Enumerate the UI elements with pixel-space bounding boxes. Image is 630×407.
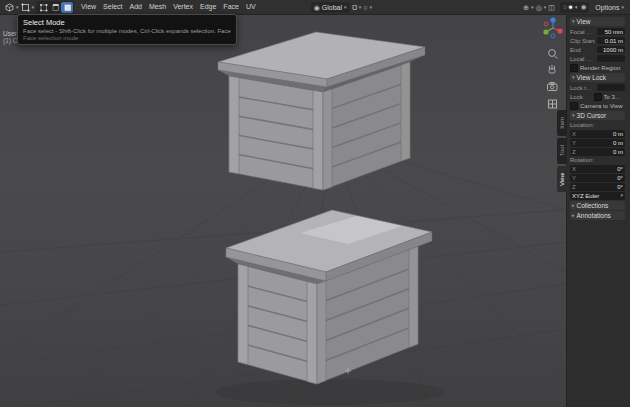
field-row-focal-length: Focal Length 50 mm (570, 27, 625, 36)
section-caret-icon: ▾ (572, 113, 575, 118)
options-caret-icon: ▾ (621, 5, 624, 10)
field-row-lock-to-object: Lock to Object (570, 83, 625, 92)
field-row-camera-to-view: Camera to View (570, 101, 625, 110)
options-label: Options (595, 4, 619, 11)
viewport-3d[interactable] (0, 0, 630, 407)
wireframe-shading-button[interactable]: ○ (563, 4, 567, 11)
blender-window: User Persp (1) Cube ▾ ▾ View Select Add … (0, 0, 630, 407)
pan-hand-icon[interactable] (549, 65, 555, 73)
tooltip-detail: Face selection mode (23, 35, 231, 41)
rendered-shading-button[interactable]: ◉ (581, 4, 587, 11)
menu-add[interactable]: Add (127, 1, 145, 13)
material-shading-button[interactable]: ◐ (575, 4, 579, 11)
field-row-clip-start: Clip Start 0.01 m (570, 36, 625, 45)
field-row-render-region: Render Region (570, 63, 625, 72)
clip-start-field[interactable]: 0.01 m (597, 37, 625, 44)
menu-edge[interactable]: Edge (197, 1, 219, 13)
show-gizmo-button[interactable]: ⊕ (522, 1, 530, 13)
lock-to-object-field[interactable] (597, 84, 625, 91)
viewport-nav-cluster (542, 16, 564, 116)
cursor-rotation-y-field[interactable]: Y 0° (570, 174, 625, 182)
camera-view-icon[interactable] (548, 83, 558, 91)
cursor-location-x-row: X 0 m (570, 129, 625, 138)
tooltip-description: Face select - Shift-Click for multiple m… (23, 28, 231, 34)
solid-shading-button[interactable]: ● (569, 4, 573, 11)
gizmo-caret-icon: ▾ (531, 5, 534, 10)
clip-end-field[interactable]: 1000 m (597, 46, 625, 53)
shading-mode-group: ○ ● ◐ ◉ (560, 2, 589, 13)
magnet-icon: Ω (352, 4, 357, 11)
crate-bottom[interactable] (226, 210, 432, 384)
menu-face[interactable]: Face (220, 1, 242, 13)
tooltip-title: Select Mode (23, 18, 231, 27)
cursor-location-z-row: Z 0 m (570, 147, 625, 156)
sidebar-tab-tool[interactable]: Tool (557, 138, 567, 164)
editor-type-caret-icon: ▾ (16, 5, 19, 10)
menu-select[interactable]: Select (100, 1, 125, 13)
menu-uv[interactable]: UV (243, 1, 259, 13)
zoom-icon[interactable] (549, 50, 558, 59)
cursor-location-y-field[interactable]: Y 0 m (570, 139, 625, 147)
section-title: View (577, 18, 591, 25)
cursor-rotation-z-field[interactable]: Z 0° (570, 183, 625, 191)
sidebar-tab-view[interactable]: View (557, 166, 567, 192)
section-title: View Lock (577, 74, 607, 81)
section-header-view[interactable]: ▾ View (570, 17, 625, 26)
cursor-location-x-field[interactable]: X 0 m (570, 130, 625, 138)
orientation-gizmo[interactable] (543, 17, 562, 38)
globe-icon: ◉ (314, 4, 320, 11)
overlays-icon: ◎ (536, 4, 542, 11)
viewport-header: ▾ ▾ View Select Add Mesh Vertex Edge Fac… (0, 0, 630, 15)
section-caret-icon: ▾ (572, 19, 575, 24)
snap-caret-icon: ▾ (359, 5, 362, 10)
cursor-location-y-row: Y 0 m (570, 138, 625, 147)
cursor-location-z-field[interactable]: Z 0 m (570, 148, 625, 156)
section-title: Annotations (577, 212, 611, 219)
menu-mesh[interactable]: Mesh (146, 1, 169, 13)
cursor-rotation-z-row: Z 0° (570, 182, 625, 191)
proportional-caret-icon: ▾ (370, 5, 373, 10)
transform-orientation-dropdown[interactable]: ◉ Global ▾ (311, 2, 350, 13)
options-dropdown[interactable]: Options ▾ (593, 4, 626, 11)
perspective-toggle-icon[interactable] (549, 100, 557, 108)
proportional-edit-button[interactable]: ○ (362, 1, 368, 13)
crate-top[interactable] (218, 32, 425, 190)
editor-type-button[interactable] (4, 1, 15, 13)
gizmo-toggle-icon: ⊕ (523, 4, 529, 11)
section-header-view-lock[interactable]: ▾ View Lock (570, 73, 625, 82)
select-mode-group (36, 1, 74, 13)
field-row-clip-end: End 1000 m (570, 45, 625, 54)
mode-selector-button[interactable] (20, 1, 31, 13)
section-caret-icon: ▸ (572, 203, 575, 208)
rotation-order-dropdown[interactable]: XYZ Euler ▾ (570, 192, 625, 200)
xray-toggle-button[interactable]: ◫ (547, 1, 556, 13)
focal-length-field[interactable]: 50 mm (597, 28, 625, 35)
face-select-button[interactable] (61, 2, 73, 13)
render-region-checkbox[interactable] (570, 64, 578, 72)
euler-row: XYZ Euler ▾ (570, 191, 625, 200)
local-camera-field[interactable] (597, 55, 625, 62)
section-caret-icon: ▸ (572, 213, 575, 218)
location-label: Location: (570, 121, 625, 129)
menu-vertex[interactable]: Vertex (170, 1, 196, 13)
section-header-3d-cursor[interactable]: ▾ 3D Cursor (570, 111, 625, 120)
snap-toggle-button[interactable]: Ω (351, 1, 358, 13)
cursor-rotation-x-field[interactable]: X 0° (570, 165, 625, 173)
mode-caret-icon: ▾ (32, 5, 35, 10)
section-header-collections[interactable]: ▸ Collections (570, 201, 625, 210)
section-header-annotations[interactable]: ▸ Annotations (570, 211, 625, 220)
euler-caret-icon: ▾ (620, 193, 623, 198)
field-row-to-3d-cursor: Lock To 3D Cursor (570, 92, 625, 101)
section-title: Collections (577, 202, 609, 209)
orientation-caret-icon: ▾ (344, 5, 347, 10)
menu-view[interactable]: View (78, 1, 99, 13)
xray-icon: ◫ (548, 4, 555, 11)
edge-select-button[interactable] (49, 2, 61, 13)
crate-shadow (215, 379, 445, 405)
vertex-select-button[interactable] (37, 2, 49, 13)
section-caret-icon: ▾ (572, 75, 575, 80)
show-overlays-button[interactable]: ◎ (535, 1, 543, 13)
camera-to-view-checkbox[interactable] (570, 102, 578, 110)
sidebar-panel: Item Tool View ▾ View Focal Length 50 mm… (566, 14, 630, 407)
to-3d-cursor-checkbox[interactable] (594, 93, 602, 101)
